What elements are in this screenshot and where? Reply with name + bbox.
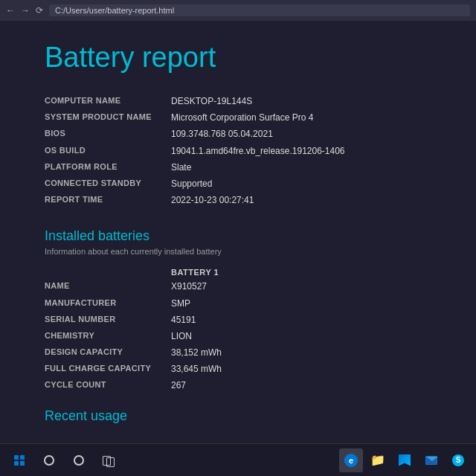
batteries-section-subtitle: Information about each currently install… <box>45 247 431 256</box>
batteries-section: Installed batteries Information about ea… <box>45 228 431 393</box>
battery-row-label: NAME <box>45 280 171 294</box>
edge-taskbar-button[interactable]: e <box>339 448 363 472</box>
system-info-row: REPORT TIME 2022-10-23 00:27:41 <box>45 193 431 208</box>
system-info-row: COMPUTER NAME DESKTOP-19L144S <box>45 94 431 109</box>
battery-row-value: 267 <box>171 379 283 393</box>
taskview-icon <box>103 456 115 464</box>
battery-row-label: FULL CHARGE CAPACITY <box>45 362 171 376</box>
mail-icon <box>425 456 437 465</box>
main-content: Battery report COMPUTER NAME DESKTOP-19L… <box>0 21 476 443</box>
battery-row: FULL CHARGE CAPACITY 33,645 mWh <box>45 362 431 376</box>
search-button[interactable] <box>36 447 62 474</box>
folder-icon: 📁 <box>370 453 385 467</box>
system-info-row: PLATFORM ROLE Slate <box>45 161 431 175</box>
battery-row-label: SERIAL NUMBER <box>45 313 171 327</box>
system-info-value: 109.3748.768 05.04.2021 <box>171 127 273 141</box>
battery-row: MANUFACTURER SMP <box>45 297 431 311</box>
system-info-row: BIOS 109.3748.768 05.04.2021 <box>45 127 431 141</box>
taskbar: e 📁 S <box>0 443 476 476</box>
system-info-label: COMPUTER NAME <box>45 94 171 109</box>
browser-bar: ← → ⟳ C:/Users/user/battery-report.html <box>0 0 476 21</box>
battery-header-row: BATTERY 1 <box>45 268 431 277</box>
battery-row-value: 45191 <box>171 313 283 327</box>
battery-row: DESIGN CAPACITY 38,152 mWh <box>45 346 431 360</box>
screen: ← → ⟳ C:/Users/user/battery-report.html … <box>0 0 476 476</box>
browser-forward-icon[interactable]: → <box>21 5 30 16</box>
url-text: C:/Users/user/battery-report.html <box>55 6 174 15</box>
battery-table: BATTERY 1 NAME X910527 MANUFACTURER SMP … <box>45 268 431 393</box>
taskview-button[interactable] <box>95 447 122 474</box>
battery-row: CHEMISTRY LION <box>45 329 431 344</box>
battery-row-label: CYCLE COUNT <box>45 379 171 393</box>
battery-col-header: BATTERY 1 <box>171 268 283 277</box>
battery-row-label: DESIGN CAPACITY <box>45 346 171 360</box>
battery-row-value: 38,152 mWh <box>171 346 283 360</box>
battery-row-label: CHEMISTRY <box>45 329 171 344</box>
system-info-value: 2022-10-23 00:27:41 <box>171 193 254 208</box>
system-info-value: 19041.1.amd64fre.vb_release.191206-1406 <box>171 144 345 158</box>
system-info-table: COMPUTER NAME DESKTOP-19L144S SYSTEM PRO… <box>45 94 431 208</box>
skype-taskbar-button[interactable]: S <box>446 448 470 472</box>
battery-spacer <box>45 268 171 277</box>
system-info-label: PLATFORM ROLE <box>45 161 171 175</box>
system-info-row: CONNECTED STANDBY Supported <box>45 177 431 191</box>
browser-url-bar[interactable]: C:/Users/user/battery-report.html <box>49 4 470 16</box>
system-info-label: REPORT TIME <box>45 193 171 208</box>
skype-icon: S <box>452 454 464 466</box>
system-info-label: BIOS <box>45 127 171 141</box>
battery-row-value: 33,645 mWh <box>171 362 283 376</box>
windows-icon <box>14 455 25 466</box>
battery-row-label: MANUFACTURER <box>45 297 171 311</box>
system-info-label: CONNECTED STANDBY <box>45 177 171 191</box>
system-info-value: Supported <box>171 177 212 191</box>
system-info-value: DESKTOP-19L144S <box>171 94 252 109</box>
recent-usage-title: Recent usage <box>45 408 431 424</box>
page-title: Battery report <box>45 42 431 74</box>
system-info-label: SYSTEM PRODUCT NAME <box>45 111 171 125</box>
battery-row-value: SMP <box>171 297 283 311</box>
mail-taskbar-button[interactable] <box>419 448 443 472</box>
folder-taskbar-button[interactable]: 📁 <box>366 448 390 472</box>
taskbar-pinned-icons: e 📁 S <box>339 448 470 472</box>
battery-row: CYCLE COUNT 267 <box>45 379 431 393</box>
browser-refresh-icon[interactable]: ⟳ <box>36 5 43 16</box>
store-icon <box>399 454 411 466</box>
battery-row-value: X910527 <box>171 280 283 294</box>
edge-icon: e <box>344 454 358 467</box>
system-info-value: Slate <box>171 161 191 175</box>
cortana-button[interactable] <box>65 447 92 474</box>
batteries-section-title: Installed batteries <box>45 228 431 244</box>
cortana-icon <box>74 455 84 466</box>
battery-row-value: LION <box>171 329 283 344</box>
system-info-value: Microsoft Corporation Surface Pro 4 <box>171 111 313 125</box>
battery-row: SERIAL NUMBER 45191 <box>45 313 431 327</box>
store-taskbar-button[interactable] <box>393 448 416 472</box>
search-icon <box>44 455 54 466</box>
start-button[interactable] <box>6 447 33 474</box>
browser-back-icon[interactable]: ← <box>6 5 15 16</box>
system-info-label: OS BUILD <box>45 144 171 158</box>
system-info-row: OS BUILD 19041.1.amd64fre.vb_release.191… <box>45 144 431 158</box>
battery-row: NAME X910527 <box>45 280 431 294</box>
system-info-row: SYSTEM PRODUCT NAME Microsoft Corporatio… <box>45 111 431 125</box>
